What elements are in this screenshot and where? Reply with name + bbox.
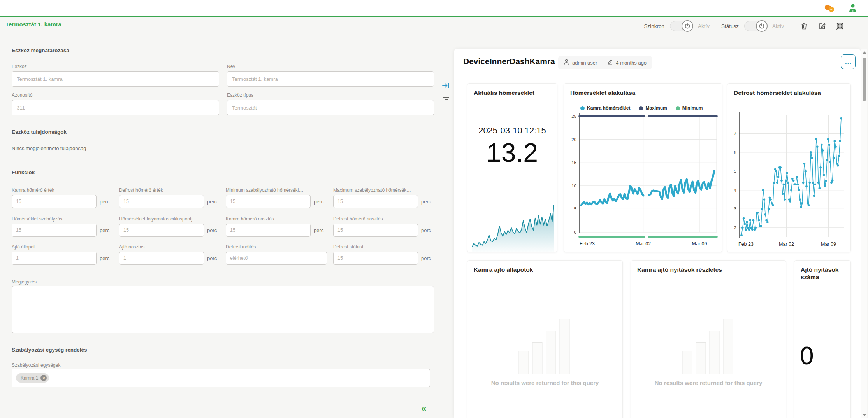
section-device-heading: Eszköz meghatározása: [12, 47, 69, 53]
edit-icon[interactable]: [818, 22, 826, 30]
pencil-icon: [607, 59, 613, 66]
dashboard-meta: admin user 4 months ago: [558, 56, 652, 69]
dashboard-scrollbar[interactable]: [861, 49, 867, 418]
svg-text:7: 7: [734, 131, 736, 136]
card-title: Ajtó nyitások száma: [801, 266, 845, 281]
kamra-homero-ertek-input[interactable]: [12, 195, 97, 208]
person-icon: [564, 59, 569, 66]
dashboard-title: DeviceInnerDashKamra: [463, 57, 555, 66]
ajto-riasztas-input[interactable]: [119, 252, 204, 265]
homerseklet-szabalyzas-input[interactable]: [12, 224, 97, 237]
azonosito-label: Azonosító: [12, 93, 219, 98]
header-controls: Szinkron Aktív Státusz Aktív: [644, 20, 844, 32]
svg-text:3: 3: [734, 206, 736, 211]
chip-remove-icon[interactable]: ×: [40, 375, 47, 381]
svg-text:Mar 09: Mar 09: [692, 241, 707, 247]
szinkron-label: Szinkron: [644, 23, 664, 29]
eszkoz-tipus-input[interactable]: [227, 100, 434, 115]
azonosito-input[interactable]: [12, 100, 219, 115]
eszkoz-tipus-label: Eszköz típus: [227, 93, 434, 98]
power-icon: [682, 20, 693, 32]
min-szabalyozhato-input[interactable]: [226, 195, 311, 208]
svg-text:Mar 02: Mar 02: [636, 241, 651, 247]
card-current-temperature: Aktuális hőmérséklet 2025-03-10 12:15 13…: [467, 83, 557, 252]
section-units-heading: Szabályozási egység rendelés: [12, 347, 87, 353]
memo-textarea[interactable]: [12, 286, 434, 333]
unit-label: perc: [207, 199, 217, 205]
svg-text:2: 2: [734, 226, 736, 230]
filter-icon[interactable]: [443, 96, 450, 103]
unit-label: perc: [314, 227, 323, 233]
section-functions-heading: Funkciók: [12, 170, 35, 175]
field-label: Defrost indítás: [226, 244, 327, 250]
chip-label: Kamra 1: [21, 375, 38, 381]
top-bar: [0, 0, 868, 17]
collapse-panel-button[interactable]: «: [421, 403, 426, 414]
card-door-states: Kamra ajtó állapotok No results were ret…: [467, 260, 623, 418]
temperature-line-chart: 0510152025Feb 23Mar 02Mar 09: [564, 84, 723, 253]
unit-label: perc: [207, 227, 217, 233]
units-label: Szabályozási egységek: [12, 362, 60, 368]
defrost-statust-input[interactable]: [333, 252, 418, 265]
field-label: Kamra hőmérő riasztás: [226, 216, 323, 222]
ajto-allapot-input[interactable]: [12, 252, 97, 265]
statusz-state: Aktív: [772, 23, 784, 29]
svg-text:Mar 02: Mar 02: [779, 241, 794, 247]
nev-input[interactable]: [227, 71, 434, 87]
units-multiselect[interactable]: Kamra 1 ×: [12, 369, 430, 387]
defrost-inditas-input[interactable]: [226, 252, 327, 265]
scroll-down-arrow[interactable]: [863, 414, 866, 416]
empty-state-text: No results were returned for this query: [467, 380, 622, 386]
dashboard-owner: admin user: [572, 60, 597, 66]
eszkoz-input[interactable]: [12, 71, 219, 87]
field-label: Ajtó állapot: [12, 244, 109, 250]
scrollbar-thumb[interactable]: [863, 58, 866, 101]
svg-text:4: 4: [734, 188, 737, 192]
field-label: Hőmérséklet folyamatos cikluspontj…: [119, 216, 217, 222]
empty-state-text: No results were returned for this query: [631, 380, 786, 386]
statusz-label: Státusz: [721, 23, 739, 29]
max-szabalyozhato-input[interactable]: [333, 195, 418, 208]
section-props-heading: Eszköz tulajdonságok: [12, 129, 67, 135]
card-title: Kamra ajtó állapotok: [474, 266, 533, 273]
defrost-riasztas-input[interactable]: [333, 224, 418, 237]
empty-state-bars: [519, 319, 571, 374]
defrost-scatter-chart: 234567Feb 23Mar 02Mar 09: [727, 84, 851, 253]
brand-logo-icon: [824, 3, 835, 15]
page-title: Termosztát 1. kamra: [5, 21, 61, 28]
chip-kamra-1[interactable]: Kamra 1 ×: [16, 373, 49, 383]
field-label: Minimum szabályozható hőmérsékl…: [226, 187, 323, 193]
app-window: Termosztát 1. kamra Szinkron Aktív Státu…: [0, 0, 868, 418]
unit-label: perc: [207, 255, 217, 261]
scroll-up-arrow[interactable]: [863, 51, 866, 54]
svg-text:5: 5: [574, 206, 576, 211]
field-label: Kamra hőmérő érték: [12, 187, 109, 193]
memo-label: Megjegyzés: [12, 279, 37, 285]
delete-icon[interactable]: [800, 22, 808, 30]
svg-text:Feb 23: Feb 23: [738, 241, 754, 247]
sparkline-chart: [467, 84, 558, 253]
compress-icon[interactable]: [836, 22, 844, 30]
svg-text:25: 25: [571, 114, 576, 119]
statusz-toggle[interactable]: [744, 21, 767, 31]
power-icon: [756, 20, 768, 32]
dashboard-panel: DeviceInnerDashKamra admin user 4 months…: [454, 49, 861, 418]
ciklus-input[interactable]: [119, 224, 204, 237]
card-door-opens-count: Ajtó nyitások száma 0: [794, 260, 851, 418]
unit-label: perc: [421, 255, 431, 261]
svg-text:10: 10: [571, 184, 576, 188]
unit-label: perc: [421, 227, 431, 233]
defrost-homero-ertek-input[interactable]: [119, 195, 204, 208]
field-label: Ajtó riasztás: [119, 244, 217, 250]
szinkron-state: Aktív: [698, 23, 710, 29]
field-label: Defrost hőmérő riasztás: [333, 216, 431, 222]
expand-right-icon[interactable]: [442, 82, 450, 90]
dashboard-more-menu-button[interactable]: …: [841, 54, 856, 69]
unit-label: perc: [100, 255, 109, 261]
user-account-icon[interactable]: [849, 3, 857, 14]
field-label: Maximum szabályozható hőmérsék…: [333, 187, 431, 193]
svg-text:0: 0: [574, 230, 576, 234]
kamra-riasztas-input[interactable]: [226, 224, 311, 237]
card-title: Kamra ajtó nyitások részletes: [637, 266, 722, 273]
szinkron-toggle[interactable]: [670, 21, 692, 31]
